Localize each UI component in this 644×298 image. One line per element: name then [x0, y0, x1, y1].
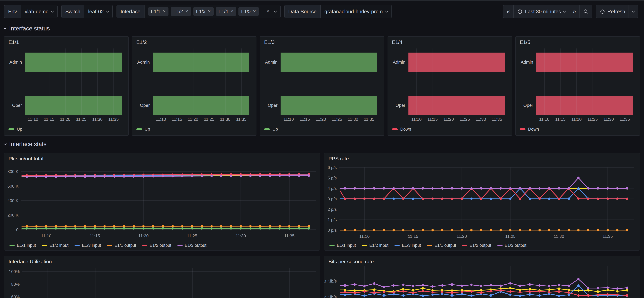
chevron-down-icon: [4, 142, 6, 145]
chevron-down-icon: [4, 27, 6, 30]
gridline: [241, 49, 242, 115]
legend-item[interactable]: Down: [392, 127, 411, 132]
row-label-oper: Oper: [4, 103, 22, 108]
legend-item[interactable]: E1/2 input: [362, 243, 388, 248]
panel-title[interactable]: E1/1: [8, 39, 19, 45]
legend-item[interactable]: E1/2 input: [42, 243, 68, 248]
gridline: [209, 49, 210, 115]
status-panel-E1-5: E1/5AdminOper11:1011:1511:2011:2511:3011…: [515, 36, 640, 136]
legend-item[interactable]: E1/1 output: [427, 243, 456, 248]
oper-state-bar: [153, 96, 250, 115]
gridline: [305, 49, 305, 115]
legend-label: E1/1 input: [337, 243, 356, 248]
legend-label: E1/1 output: [434, 243, 456, 248]
legend-item[interactable]: E1/3 input: [394, 243, 421, 248]
oper-state-bar: [408, 96, 505, 115]
stats-row-1: Pkts in/out total 800 K600 K400 K200 K01…: [4, 153, 640, 250]
legend-item[interactable]: E1/1 output: [107, 243, 136, 248]
legend-pps: E1/1 inputE1/2 inputE1/3 inputE1/1 outpu…: [330, 243, 526, 248]
interface-label: Interface: [117, 5, 144, 18]
gridline: [81, 49, 82, 115]
admin-state-bar: [280, 53, 377, 72]
time-shift-forward-button[interactable]: »: [569, 5, 580, 18]
time-range-picker[interactable]: Last 30 minutes: [514, 5, 569, 18]
clock-icon: [517, 9, 522, 14]
panel-title[interactable]: Pkts in/out total: [8, 156, 43, 162]
interface-chip[interactable]: E1/3✕: [193, 7, 214, 16]
legend-item[interactable]: E1/3 output: [178, 243, 206, 248]
interface-multiselect[interactable]: E1/1✕E1/2✕E1/3✕E1/4✕E1/5✕ ✕: [144, 5, 280, 18]
legend-swatch: [8, 128, 14, 130]
variable-controls: Env vlab-demo Switch leaf-02 Interface E…: [4, 5, 392, 18]
interface-chip[interactable]: E1/1✕: [148, 7, 169, 16]
chip-label: E1/3: [196, 9, 206, 14]
panel-title[interactable]: E1/2: [136, 39, 147, 45]
time-toolbar: « Last 30 minutes »: [503, 5, 638, 18]
gridline: [65, 49, 66, 115]
env-select[interactable]: vlab-demo: [21, 5, 57, 18]
x-axis: 11:1011:1511:2011:2511:3011:35: [25, 117, 122, 123]
interface-chip[interactable]: E1/4✕: [216, 7, 236, 16]
chevron-down-icon: [632, 9, 635, 13]
clear-all-icon[interactable]: ✕: [266, 9, 270, 14]
x-tick-label: 11:25: [588, 117, 598, 122]
gridline: [481, 49, 481, 115]
legend-item[interactable]: Up: [8, 127, 22, 132]
legend-item[interactable]: Down: [520, 127, 539, 132]
double-chevron-left-icon: «: [506, 9, 510, 15]
row-header-interface-status[interactable]: Interface status: [4, 25, 644, 32]
remove-chip-icon[interactable]: ✕: [208, 9, 211, 14]
legend-item[interactable]: E1/1 input: [330, 243, 356, 248]
legend-item[interactable]: E1/2 output: [142, 243, 171, 248]
legend-item[interactable]: E1/3 input: [74, 243, 101, 248]
switch-select[interactable]: leaf-02: [84, 5, 112, 18]
remove-chip-icon[interactable]: ✕: [230, 9, 234, 14]
legend-item[interactable]: Up: [264, 127, 278, 132]
gridline: [33, 49, 33, 115]
panel-title[interactable]: Bits per second rate: [328, 259, 374, 264]
state-timeline: [25, 49, 122, 115]
interface-variable: Interface E1/1✕E1/2✕E1/3✕E1/4✕E1/5✕ ✕: [116, 5, 280, 18]
zoom-out-button[interactable]: [580, 5, 592, 18]
remove-chip-icon[interactable]: ✕: [162, 9, 166, 14]
x-tick-label: 11:20: [444, 117, 454, 122]
panel-title[interactable]: E1/4: [392, 39, 402, 45]
panel-title[interactable]: E1/5: [520, 39, 530, 45]
panel-pps-rate: PPS rate 6 p/s5 p/s4 p/s3 p/s2 p/s1 p/s0…: [324, 153, 640, 250]
x-tick-label: 11:35: [620, 117, 630, 122]
remove-chip-icon[interactable]: ✕: [253, 9, 256, 14]
refresh-button[interactable]: Refresh: [596, 5, 628, 18]
svg-text:3 p/s: 3 p/s: [328, 197, 337, 201]
chart-pps: 6 p/s5 p/s4 p/s3 p/s2 p/s1 p/s0 p/s11:10…: [324, 153, 640, 250]
panel-title[interactable]: Interface Utilization: [8, 259, 52, 264]
legend-item[interactable]: E1/3 output: [498, 243, 526, 248]
remove-chip-icon[interactable]: ✕: [185, 9, 188, 14]
panel-title[interactable]: PPS rate: [328, 156, 349, 162]
refresh-interval-dropdown[interactable]: [628, 5, 638, 18]
admin-state-bar: [536, 53, 633, 72]
row-label-admin: Admin: [516, 60, 533, 65]
svg-text:100%: 100%: [9, 269, 20, 274]
interface-chip[interactable]: E1/2✕: [171, 7, 191, 16]
env-variable: Env vlab-demo: [4, 5, 58, 18]
x-tick-label: 11:30: [476, 117, 486, 122]
status-panel-E1-2: E1/2AdminOper11:1011:1511:2011:2511:3011…: [132, 36, 256, 136]
x-tick-label: 11:15: [44, 117, 54, 122]
legend-label: Up: [272, 127, 278, 132]
x-tick-label: 11:20: [188, 117, 198, 122]
panel-title[interactable]: E1/3: [264, 39, 274, 45]
datasource-select[interactable]: grafanacloud-hhdev-prom: [321, 5, 392, 18]
time-shift-back-button[interactable]: «: [503, 5, 514, 18]
x-tick-label: 11:35: [492, 117, 502, 122]
legend-item[interactable]: E1/2 output: [462, 243, 491, 248]
legend-item[interactable]: Up: [136, 127, 150, 132]
row-header-interface-stats[interactable]: Interface stats: [4, 140, 644, 148]
interface-chips: E1/1✕E1/2✕E1/3✕E1/4✕E1/5✕: [148, 7, 261, 16]
legend-item[interactable]: E1/1 input: [10, 243, 36, 248]
legend-label: E1/3 output: [505, 243, 526, 248]
chevron-down-icon: [106, 9, 109, 13]
legend-label: Down: [400, 127, 411, 132]
chart-pkts: 800 K600 K400 K200 K011:1011:1511:2011:2…: [4, 153, 320, 250]
interface-chip[interactable]: E1/5✕: [238, 7, 259, 16]
datasource-value: grafanacloud-hhdev-prom: [324, 9, 383, 15]
